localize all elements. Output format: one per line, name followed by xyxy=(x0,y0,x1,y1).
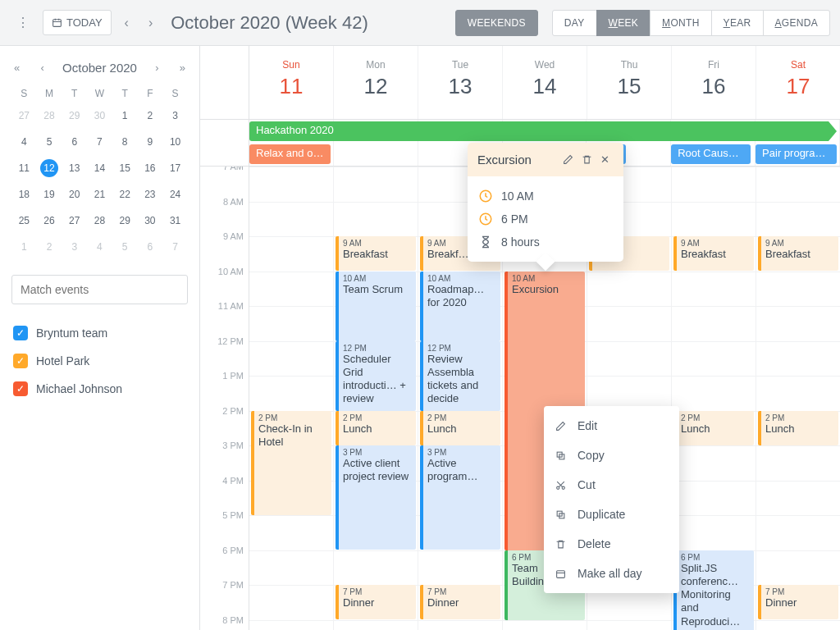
day-column[interactable]: 9 AMBreakfast2 PMLunch6 PMSplit.JS confe… xyxy=(672,167,756,630)
mini-cal-day[interactable]: 19 xyxy=(37,181,62,208)
resource-item[interactable]: ✓Michael Johnson xyxy=(11,375,188,403)
mini-cal-day[interactable]: 8 xyxy=(112,129,138,155)
calendar-event[interactable]: 2 PMLunch xyxy=(336,411,416,445)
day-header[interactable]: Thu15 xyxy=(587,46,672,119)
mini-cal-day[interactable]: 13 xyxy=(62,155,87,181)
resource-item[interactable]: ✓Bryntum team xyxy=(11,319,188,347)
calendar-event[interactable]: 2 PMLunch xyxy=(758,411,838,445)
mini-cal-day[interactable]: 17 xyxy=(162,155,188,181)
mini-cal-day[interactable]: 24 xyxy=(162,181,188,208)
mini-cal-day[interactable]: 6 xyxy=(138,234,163,260)
calendar-event[interactable]: 2 PMCheck-In in Hotel xyxy=(251,411,331,515)
prev-month-icon[interactable]: ‹ xyxy=(38,59,46,76)
mini-cal-day[interactable]: 29 xyxy=(62,103,87,129)
mini-cal-day[interactable]: 5 xyxy=(37,129,62,155)
delete-icon[interactable] xyxy=(578,152,596,167)
next-month-icon[interactable]: › xyxy=(153,59,161,76)
mini-cal-day[interactable]: 27 xyxy=(11,103,37,129)
menu-cut[interactable]: Cut xyxy=(544,470,679,500)
mini-cal-day[interactable]: 28 xyxy=(37,103,62,129)
weekends-toggle[interactable]: WEEKENDS xyxy=(455,10,538,36)
filter-input[interactable] xyxy=(11,275,188,304)
today-button[interactable]: TODAY xyxy=(43,10,112,35)
calendar-event[interactable]: 12 PMScheduler Grid introducti… + review xyxy=(336,341,416,411)
mini-cal-day[interactable]: 26 xyxy=(37,208,62,234)
mini-cal-day[interactable]: 1 xyxy=(112,103,138,129)
view-month[interactable]: MONTH xyxy=(650,10,712,36)
day-header[interactable]: Wed14 xyxy=(503,46,587,119)
mini-cal-day[interactable]: 2 xyxy=(37,234,62,260)
mini-cal-day[interactable]: 23 xyxy=(138,181,163,208)
calendar-event[interactable]: 2 PMLunch xyxy=(673,411,754,445)
mini-cal-day[interactable]: 16 xyxy=(138,155,163,181)
mini-cal-day[interactable]: 5 xyxy=(112,234,138,260)
mini-cal-day[interactable]: 10 xyxy=(162,129,188,155)
mini-cal-day[interactable]: 14 xyxy=(87,155,112,181)
calendar-event[interactable]: 3 PMActive client project review xyxy=(336,445,416,550)
mini-cal-day[interactable]: 20 xyxy=(62,181,87,208)
mini-cal-day[interactable]: 27 xyxy=(62,208,87,234)
menu-edit[interactable]: Edit xyxy=(544,411,679,441)
mini-cal-day[interactable]: 22 xyxy=(112,181,138,208)
allday-event[interactable]: Hackathon 2020 xyxy=(249,121,837,141)
mini-cal-day[interactable]: 4 xyxy=(11,129,37,155)
mini-cal-day[interactable]: 6 xyxy=(62,129,87,155)
mini-cal-day[interactable]: 18 xyxy=(11,181,37,208)
mini-cal-day[interactable]: 25 xyxy=(11,208,37,234)
day-header[interactable]: Sat17 xyxy=(756,46,840,119)
prev-icon[interactable]: ‹ xyxy=(118,9,135,37)
calendar-event[interactable]: 10 AMTeam Scrum xyxy=(336,272,416,341)
view-day[interactable]: DAY xyxy=(552,10,597,36)
menu-copy[interactable]: Copy xyxy=(544,441,679,470)
next-year-icon[interactable]: » xyxy=(177,59,188,76)
mini-cal-day[interactable]: 29 xyxy=(112,208,138,234)
next-icon[interactable]: › xyxy=(142,9,159,37)
menu-duplicate[interactable]: Duplicate xyxy=(544,500,679,529)
day-header[interactable]: Fri16 xyxy=(672,46,756,119)
mini-cal-day[interactable]: 12 xyxy=(37,155,62,181)
mini-cal-day[interactable]: 30 xyxy=(138,208,163,234)
menu-icon[interactable]: ⋮ xyxy=(10,8,36,37)
calendar-event[interactable]: 7 PMDinner xyxy=(336,585,416,619)
resource-item[interactable]: ✓Hotel Park xyxy=(11,347,188,375)
day-column[interactable]: 9 AMBreakfast10 AMTeam Scrum12 PMSchedul… xyxy=(334,167,418,630)
calendar-event[interactable]: 9 AMBreakfast xyxy=(336,236,416,271)
mini-cal-day[interactable]: 15 xyxy=(112,155,138,181)
calendar-event[interactable]: 9 AMBreakfast xyxy=(673,236,754,271)
calendar-event[interactable]: 6 PMSplit.JS conferenc… Monitoring and R… xyxy=(673,550,754,631)
prev-year-icon[interactable]: « xyxy=(11,59,22,76)
allday-event[interactable]: Relax and o… xyxy=(249,144,331,164)
mini-calendar[interactable]: SMTWTFS 27282930123456789101112131415161… xyxy=(11,84,188,260)
allday-event[interactable]: Root Cause… xyxy=(671,144,751,164)
mini-cal-day[interactable]: 30 xyxy=(87,103,112,129)
day-column[interactable]: 2 PMCheck-In in Hotel xyxy=(249,167,334,630)
mini-cal-day[interactable]: 28 xyxy=(87,208,112,234)
mini-cal-day[interactable]: 31 xyxy=(162,208,188,234)
day-header[interactable]: Tue13 xyxy=(418,46,503,119)
day-header[interactable]: Sun11 xyxy=(249,46,334,119)
view-week[interactable]: WEEK xyxy=(596,10,651,36)
mini-cal-day[interactable]: 11 xyxy=(11,155,37,181)
mini-cal-day[interactable]: 3 xyxy=(62,234,87,260)
calendar-event[interactable]: 10 AMRoadmap… for 2020 xyxy=(420,272,500,341)
calendar-event[interactable]: 9 AMBreakfast xyxy=(758,236,838,271)
day-header[interactable]: Mon12 xyxy=(334,46,418,119)
calendar-event[interactable]: 3 PMActive program… xyxy=(420,445,500,550)
view-year[interactable]: YEAR xyxy=(711,10,764,36)
menu-make-all-day[interactable]: Make all day xyxy=(544,559,679,588)
calendar-event[interactable]: 2 PMLunch xyxy=(420,411,500,445)
day-column[interactable]: 9 AMBreakfast2 PMLunch7 PMDinner xyxy=(756,167,840,630)
calendar-event[interactable]: 12 PMReview Assembla tickets and decide xyxy=(420,341,500,411)
mini-cal-day[interactable]: 21 xyxy=(87,181,112,208)
mini-cal-day[interactable]: 3 xyxy=(162,103,188,129)
mini-cal-day[interactable]: 9 xyxy=(138,129,163,155)
mini-cal-day[interactable]: 4 xyxy=(87,234,112,260)
mini-cal-day[interactable]: 2 xyxy=(138,103,163,129)
mini-cal-day[interactable]: 7 xyxy=(162,234,188,260)
view-agenda[interactable]: AGENDA xyxy=(763,10,831,36)
menu-delete[interactable]: Delete xyxy=(544,529,679,559)
mini-cal-day[interactable]: 7 xyxy=(87,129,112,155)
calendar-event[interactable]: 7 PMDinner xyxy=(758,585,838,619)
calendar-event[interactable]: 7 PMDinner xyxy=(420,585,500,619)
mini-cal-day[interactable]: 1 xyxy=(11,234,37,260)
